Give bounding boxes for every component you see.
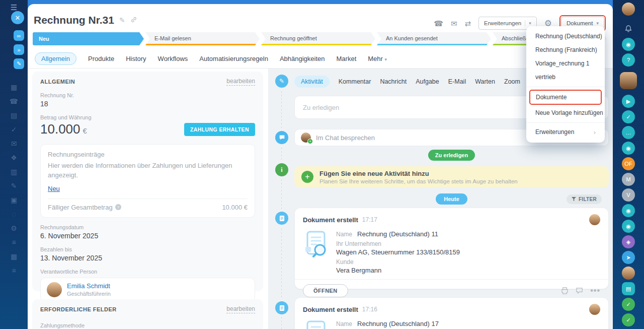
copy-link-icon[interactable]: ∞ (14, 30, 24, 41)
recent-contact-avatar[interactable] (622, 267, 635, 280)
add-activity-plus-icon[interactable]: + (301, 171, 313, 183)
menu-item-erweiterungen[interactable]: Erweiterungen › (526, 125, 605, 139)
bot-icon-2[interactable]: ◉ (622, 220, 635, 233)
entry-author-avatar[interactable] (589, 214, 600, 225)
edit-title-icon[interactable]: ✎ (119, 16, 125, 24)
tl-tab-aufgabe[interactable]: Aufgabe (416, 78, 439, 85)
print-icon[interactable] (561, 287, 569, 294)
menu-item-vertrieb[interactable]: vertrieb (526, 71, 605, 84)
sidebar-tasks-icon[interactable]: ✓ (0, 125, 28, 134)
payment-received-button[interactable]: ZAHLUNG ERHALTEN (184, 123, 255, 136)
helpdesk-icon[interactable]: ◉ (622, 38, 635, 51)
chevron-down-icon: ▾ (385, 57, 387, 62)
divider (48, 199, 248, 199)
slider-close-button[interactable]: ✕ (11, 11, 24, 24)
tasks-check-icon[interactable]: ✓ (622, 110, 635, 123)
sidebar-list-icon[interactable]: ≡ (0, 238, 28, 246)
sidebar-mail-icon[interactable]: ✉ (0, 140, 28, 148)
sidebar-apps-icon[interactable]: ⚙ (0, 224, 28, 232)
notifications-bell-icon[interactable] (622, 22, 635, 35)
task-green-icon-2[interactable]: ✓ (622, 313, 635, 326)
app-teal-icon[interactable]: ▤ (622, 282, 635, 295)
tl-tab-kommentar[interactable]: Kommentar (339, 78, 371, 85)
sidebar-grid-icon[interactable]: ▦ (0, 252, 28, 260)
tab-abhaengigkeiten[interactable]: Abhängigkeiten (280, 55, 325, 62)
amount-number: 10.000 (40, 121, 80, 137)
support-icon[interactable]: ? (622, 53, 635, 67)
tab-automatisierungsregeln[interactable]: Automatisierungsregeln (199, 55, 268, 62)
filter-button[interactable]: FILTER (567, 194, 602, 204)
edit-section-link[interactable]: bearbeiten (226, 78, 255, 86)
doc-name-label: Name (336, 320, 352, 327)
sidebar-more-icon[interactable]: ≡ (0, 267, 28, 275)
menu-hamburger-icon[interactable]: ☰ (0, 3, 28, 12)
invoice-date-value[interactable]: 6. November 2025 (40, 232, 255, 240)
sidebar-crm-icon[interactable]: ▦ (0, 83, 28, 91)
sidebar-calendar-icon[interactable]: ▥ (0, 168, 28, 176)
tab-market[interactable]: Market (337, 55, 357, 62)
date-pill-heute[interactable]: Heute (436, 193, 467, 205)
sidebar-edit-icon[interactable]: ✎ (0, 182, 28, 190)
video-call-icon[interactable]: ▶ (622, 95, 635, 108)
chat-badge-m[interactable]: M (622, 173, 635, 186)
chat-badge-v[interactable]: V (622, 188, 635, 202)
edit-required-link[interactable]: bearbeiten (226, 305, 255, 313)
responsible-name[interactable]: Emilia Schmidt (67, 282, 111, 290)
task-green-icon[interactable]: ✓ (622, 298, 635, 311)
menu-item-vorlage-rechnung-1[interactable]: Vorlage_rechnung 1 (526, 57, 605, 71)
menu-item-neue-vorlage[interactable]: Neue Vorlage hinzufügen (526, 106, 605, 120)
stage-email-gelesen[interactable]: E-Mail gelesen (145, 32, 260, 45)
sidebar-chat-icon[interactable]: ❖ (0, 154, 28, 162)
openline-icon[interactable]: ⇄ (465, 20, 471, 27)
pay-until-value[interactable]: 13. November 2025 (40, 254, 255, 262)
document-preview-icon[interactable] (303, 320, 329, 329)
compose-icon[interactable]: ✎ (14, 58, 24, 69)
comment-icon[interactable] (576, 287, 583, 294)
sidebar-phone-icon[interactable]: ☎ (0, 97, 28, 105)
chat-badge-of[interactable]: OF (622, 157, 635, 170)
stage-neu[interactable]: Neu (33, 32, 144, 45)
invoice-number-value[interactable]: 18 (40, 100, 255, 108)
email-icon[interactable]: ✉ (451, 20, 457, 27)
open-document-button[interactable]: ÖFFNEN (303, 284, 348, 297)
new-entry-link[interactable]: Neu (48, 185, 60, 192)
bot-icon[interactable]: ◉ (622, 204, 635, 217)
chat-user-avatar[interactable] (620, 72, 637, 89)
tl-tab-nachricht[interactable]: Nachricht (380, 78, 407, 85)
tl-tab-email[interactable]: E-Mail (448, 78, 466, 85)
app-purple-icon[interactable]: ◈ (622, 235, 635, 248)
sidebar-monitor-icon[interactable]: ▤ (0, 111, 28, 119)
tl-tab-zoom[interactable]: Zoom (504, 78, 520, 85)
copy-link-icon[interactable] (130, 16, 137, 25)
call-icon[interactable]: ☎ (434, 20, 443, 27)
status-badge-todo[interactable]: Zu erledigen (428, 150, 475, 161)
stage-an-kunden-gesendet[interactable]: An Kunden gesendet (377, 32, 491, 45)
tl-tab-warten[interactable]: Warten (475, 78, 495, 85)
menu-item-dokumente[interactable]: Dokumente (530, 91, 601, 104)
stage-rechnung-geoeffnet[interactable]: Rechnung geöffnet (261, 32, 375, 45)
tab-allgemein[interactable]: Allgemein (35, 52, 76, 65)
profile-avatar[interactable] (622, 3, 635, 16)
channel-icon[interactable]: ◉ (622, 142, 635, 155)
responsible-role: Geschäftsführerin (67, 291, 111, 297)
sidebar-docs-icon[interactable]: ◌ (0, 210, 28, 218)
tab-workflows[interactable]: Workflows (158, 55, 188, 62)
tl-tab-aktivitaet[interactable]: Aktivität (294, 76, 330, 88)
responsible-person-card[interactable]: Emilia Schmidt Geschäftsführerin (40, 278, 255, 302)
more-actions-icon[interactable]: ••• (590, 286, 600, 295)
menu-item-rechnung-frankreich[interactable]: Rechnung (Frankreich) (526, 43, 605, 57)
entry-author-avatar[interactable] (589, 304, 600, 315)
tab-history[interactable]: History (126, 55, 146, 62)
tab-mehr[interactable]: Mehr ▾ (368, 55, 387, 62)
amount-value[interactable]: 10.000€ (40, 121, 87, 137)
invoice-entries-card: Rechnungseinträge Hier werden die Inform… (40, 144, 255, 218)
document-preview-icon[interactable] (303, 230, 329, 258)
sidebar-drive-icon[interactable]: ▣ (0, 196, 28, 204)
chat-bubble-icon[interactable]: … (622, 126, 635, 139)
menu-item-rechnung-deutschland[interactable]: Rechnung (Deutschland) (526, 30, 605, 43)
tab-produkte[interactable]: Produkte (88, 55, 114, 62)
info-icon[interactable]: ? (115, 204, 121, 210)
share-icon[interactable]: » (14, 44, 24, 55)
app-blue-icon[interactable]: ➤ (622, 251, 635, 264)
currency-symbol: € (83, 126, 87, 135)
